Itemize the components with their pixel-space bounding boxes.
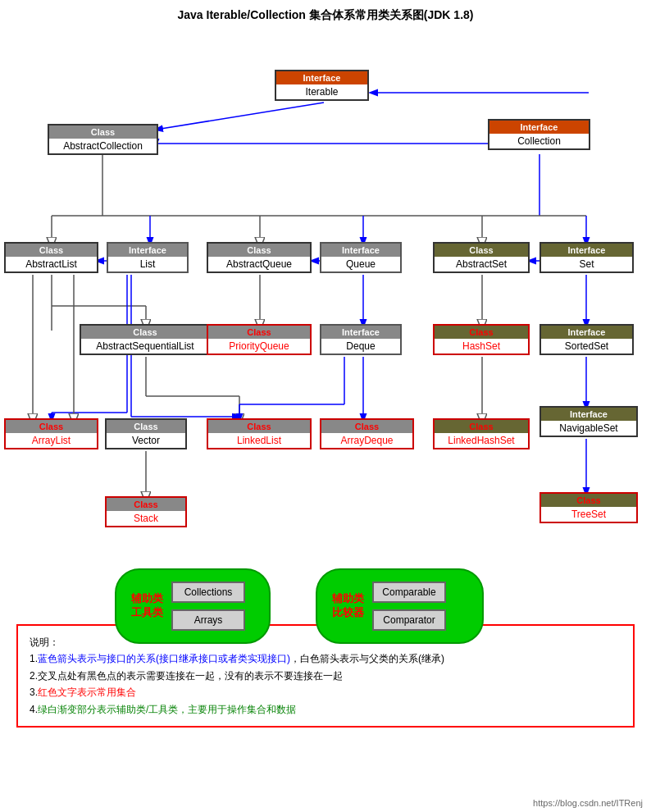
util-label-2: 辅助类比较器 [332, 592, 364, 620]
set-header: Interface [541, 244, 632, 257]
arraylist-header: Class [6, 420, 97, 433]
deque-body: Deque [321, 339, 400, 354]
page-title: Java Iterable/Collection 集合体系常用类关系图(JDK … [0, 0, 651, 27]
comparator-btn[interactable]: Comparator [372, 609, 446, 631]
abstractsequentiallist-body: AbstractSequentialList [81, 339, 209, 354]
box-arraylist: Class ArrayList [4, 418, 98, 449]
linkedlist-header: Class [208, 420, 310, 433]
navigableset-body: NavigableSet [541, 421, 636, 436]
box-iterable: Interface Iterable [275, 70, 369, 101]
box-priorityqueue: Class PriorityQueue [207, 324, 312, 355]
watermark: https://blog.csdn.net/ITRenj [533, 798, 643, 808]
abstractsequentiallist-header: Class [81, 326, 209, 339]
legend-line-2: 2.交叉点处有黑色点的表示需要连接在一起，没有的表示不要连接在一起 [30, 668, 621, 684]
hashset-header: Class [435, 326, 528, 339]
iterable-header: Interface [276, 71, 367, 84]
svg-line-39 [156, 103, 324, 130]
box-vector: Class Vector [105, 418, 187, 449]
abstractlist-header: Class [6, 244, 97, 257]
box-set: Interface Set [539, 242, 634, 273]
treeset-body: TreeSet [541, 507, 636, 522]
abstractcollection-body: AbstractCollection [49, 139, 157, 153]
box-queue: Interface Queue [320, 242, 402, 273]
collection-header: Interface [489, 121, 589, 134]
box-abstractset: Class AbstractSet [433, 242, 530, 273]
abstractlist-body: AbstractList [6, 257, 97, 271]
legend: 说明： 1.蓝色箭头表示与接口的关系(接口继承接口或者类实现接口)，白色箭头表示… [16, 624, 635, 728]
util-group-comparator: 辅助类比较器 Comparable Comparator [316, 568, 484, 644]
linkedhashset-header: Class [435, 420, 528, 433]
queue-header: Interface [321, 244, 400, 257]
collections-btn[interactable]: Collections [171, 582, 245, 603]
vector-header: Class [107, 420, 185, 433]
arraydeque-header: Class [321, 420, 412, 433]
box-linkedlist: Class LinkedList [207, 418, 312, 449]
box-abstractlist: Class AbstractList [4, 242, 98, 273]
collection-body: Collection [489, 134, 589, 148]
comparable-btn[interactable]: Comparable [372, 582, 446, 603]
diagram-area: Interface Iterable Interface Collection … [0, 27, 651, 618]
stack-header: Class [107, 498, 185, 511]
navigableset-header: Interface [541, 408, 636, 421]
priorityqueue-header: Class [208, 326, 310, 339]
box-stack: Class Stack [105, 496, 187, 527]
util-label-1: 辅助类工具类 [131, 592, 163, 620]
vector-body: Vector [107, 433, 185, 448]
abstractcollection-header: Class [49, 125, 157, 139]
sortedset-body: SortedSet [541, 339, 632, 354]
linkedlist-body: LinkedList [208, 433, 310, 448]
abstractqueue-header: Class [208, 244, 310, 257]
stack-body: Stack [107, 511, 185, 526]
queue-body: Queue [321, 257, 400, 271]
box-abstractsequentiallist: Class AbstractSequentialList [80, 324, 211, 355]
box-sortedset: Interface SortedSet [539, 324, 634, 355]
box-abstractqueue: Class AbstractQueue [207, 242, 312, 273]
box-treeset: Class TreeSet [539, 492, 638, 523]
list-body: List [108, 257, 187, 271]
box-arraydeque: Class ArrayDeque [320, 418, 414, 449]
iterable-body: Iterable [276, 84, 367, 99]
box-linkedhashset: Class LinkedHashSet [433, 418, 530, 449]
set-body: Set [541, 257, 632, 271]
box-navigableset: Interface NavigableSet [539, 406, 638, 437]
box-abstractcollection: Class AbstractCollection [48, 124, 158, 155]
arrays-btn[interactable]: Arrays [171, 609, 245, 631]
util-group-collections: 辅助类工具类 Collections Arrays [115, 568, 271, 644]
linkedhashset-body: LinkedHashSet [435, 433, 528, 448]
connectors [0, 27, 651, 618]
legend-line-4: 4.绿白渐变部分表示辅助类/工具类，主要用于操作集合和数据 [30, 701, 621, 718]
priorityqueue-body: PriorityQueue [208, 339, 310, 354]
legend-line-1: 1.蓝色箭头表示与接口的关系(接口继承接口或者类实现接口)，白色箭头表示与父类的… [30, 650, 621, 667]
box-list: Interface List [107, 242, 189, 273]
abstractset-body: AbstractSet [435, 257, 528, 271]
legend-line-3: 3.红色文字表示常用集合 [30, 684, 621, 700]
hashset-body: HashSet [435, 339, 528, 354]
arraylist-body: ArrayList [6, 433, 97, 448]
list-header: Interface [108, 244, 187, 257]
deque-header: Interface [321, 326, 400, 339]
box-deque: Interface Deque [320, 324, 402, 355]
abstractset-header: Class [435, 244, 528, 257]
arraydeque-body: ArrayDeque [321, 433, 412, 448]
sortedset-header: Interface [541, 326, 632, 339]
box-collection: Interface Collection [488, 119, 590, 150]
box-hashset: Class HashSet [433, 324, 530, 355]
abstractqueue-body: AbstractQueue [208, 257, 310, 271]
treeset-header: Class [541, 494, 636, 507]
